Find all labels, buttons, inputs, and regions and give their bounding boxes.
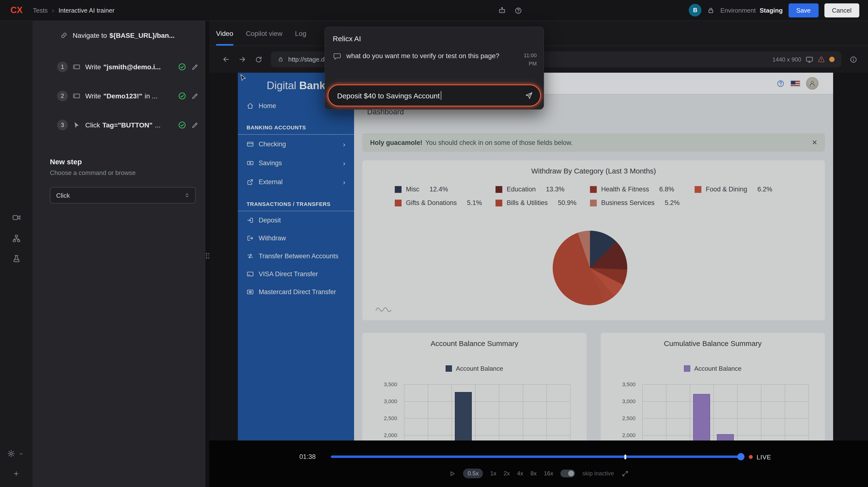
navigate-step[interactable]: Navigate to${BASE_URL}/ban...: [33, 27, 206, 44]
edit-step-icon[interactable]: [191, 63, 198, 70]
balance-cards-row: Account Balance Summary Account Balance …: [362, 333, 825, 440]
bar-plot: [404, 384, 570, 440]
breadcrumb-tests[interactable]: Tests: [33, 6, 48, 14]
relicx-prompt-input[interactable]: Deposit $40 to Savings Account: [328, 84, 541, 106]
legend-label: Health & Fitness: [601, 186, 649, 193]
skip-inactive-toggle[interactable]: [560, 469, 575, 477]
bar-legend[interactable]: Account Balance: [362, 365, 587, 372]
pie-chart[interactable]: [553, 231, 627, 305]
tab-log[interactable]: Log: [295, 21, 306, 45]
play-button[interactable]: [449, 470, 456, 477]
relicx-question: what do you want me to verify or test on…: [346, 51, 510, 61]
flask-icon[interactable]: [12, 254, 21, 263]
pie-legend-item[interactable]: Gifts & Donations5.1%: [395, 199, 496, 207]
pie-legend-item[interactable]: Health & Fitness6.8%: [590, 186, 694, 193]
speed-8x[interactable]: 8x: [530, 470, 536, 477]
breadcrumb-separator: ›: [52, 6, 54, 14]
pie-legend-item[interactable]: Education13.3%: [496, 186, 590, 193]
record-indicator-dot: [829, 57, 835, 62]
help-icon[interactable]: [515, 6, 522, 14]
command-select-value: Click: [56, 192, 70, 199]
panel-resize-divider[interactable]: [206, 21, 209, 487]
nav-item-savings[interactable]: Savings›: [238, 154, 354, 173]
save-button[interactable]: Save: [788, 3, 818, 17]
left-rail: [0, 21, 33, 487]
speed-2x[interactable]: 2x: [504, 470, 510, 477]
pie-legend-item[interactable]: Bills & Utilities50.9%: [496, 199, 590, 207]
nav-item-withdraw[interactable]: Withdraw: [238, 229, 354, 247]
tab-video[interactable]: Video: [216, 21, 233, 45]
avatar[interactable]: B: [689, 4, 702, 17]
add-icon[interactable]: [12, 470, 20, 477]
drag-grip[interactable]: [206, 253, 209, 258]
pie-legend-item[interactable]: Business Services5.2%: [590, 199, 694, 207]
nav-item-mastercard-direct-transfer[interactable]: Mastercard Direct Transfer: [238, 283, 354, 301]
command-select[interactable]: Click: [50, 187, 196, 204]
progress-bar[interactable]: [331, 456, 744, 458]
account-balance-card: Account Balance Summary Account Balance …: [362, 333, 587, 440]
legend-swatch: [395, 200, 402, 206]
info-icon[interactable]: [849, 56, 857, 63]
bar-legend[interactable]: Account Balance: [600, 365, 825, 372]
cancel-button[interactable]: Cancel: [824, 3, 859, 17]
step-success-icon: [178, 121, 186, 129]
bank-user-avatar[interactable]: [806, 77, 818, 90]
step-text: Write"Demo123!"in ...: [85, 92, 173, 100]
legend-label: Misc: [406, 186, 420, 193]
nav-item-external[interactable]: External›: [238, 173, 354, 191]
y-axis-label: 3,000: [384, 398, 397, 404]
forward-button[interactable]: [238, 55, 247, 63]
select-arrows-icon: [184, 192, 190, 199]
step-row-1[interactable]: 1 Write"jsmith@demo.i...: [33, 57, 206, 77]
relicx-message: what do you want me to verify or test on…: [333, 51, 537, 67]
legend-swatch: [445, 365, 452, 372]
send-icon[interactable]: [525, 91, 533, 100]
step-text: Write"jsmith@demo.i...: [85, 63, 173, 71]
edit-step-icon[interactable]: [191, 92, 198, 99]
speed-16x[interactable]: 16x: [544, 470, 553, 477]
bank-help-icon[interactable]: [776, 79, 785, 88]
chevron-down-icon[interactable]: [19, 451, 24, 456]
alert-close-icon[interactable]: ×: [812, 138, 817, 147]
video-camera-icon[interactable]: [12, 213, 21, 222]
pie-legend-item[interactable]: Misc12.4%: [395, 186, 496, 193]
monitor-icon[interactable]: [806, 56, 813, 63]
gear-icon[interactable]: [7, 449, 16, 458]
nav-item-deposit[interactable]: Deposit: [238, 211, 354, 229]
navigate-step-text: Navigate to${BASE_URL}/ban...: [73, 31, 175, 39]
pie-legend-item[interactable]: Food & Dining6.2%: [694, 186, 772, 193]
bar-chart: 3,5003,0002,5002,000: [600, 384, 825, 440]
cx-logo[interactable]: CX: [0, 5, 33, 15]
step-row-3[interactable]: 3 ClickTag="BUTTON"...: [33, 115, 206, 135]
legend-label: Gifts & Donations: [406, 199, 457, 207]
y-axis-label: 2,000: [384, 432, 397, 438]
input-field-icon: [73, 63, 81, 71]
step-row-2[interactable]: 2 Write"Demo123!"in ...: [33, 86, 206, 106]
nav-item-checking[interactable]: Checking›: [238, 135, 354, 154]
refresh-button[interactable]: [255, 56, 262, 63]
edit-step-icon[interactable]: [191, 121, 198, 129]
warning-icon[interactable]: [817, 56, 825, 63]
nav-item-transfer-between-accounts[interactable]: Transfer Between Accounts: [238, 247, 354, 265]
chevron-right-icon: ›: [343, 140, 345, 148]
flow-icon[interactable]: [12, 234, 21, 243]
y-axis-label: 2,000: [622, 432, 636, 438]
speed-0.5x[interactable]: 0.5x: [463, 468, 483, 478]
legend-value: 5.2%: [665, 199, 680, 207]
tab-copilot-view[interactable]: Copilot view: [246, 21, 282, 45]
us-flag-icon[interactable]: [790, 80, 800, 87]
link-icon: [60, 31, 68, 39]
speed-4x[interactable]: 4x: [517, 470, 523, 477]
environment-value[interactable]: Staging: [760, 6, 782, 14]
progress-handle[interactable]: [737, 453, 744, 460]
back-button[interactable]: [222, 55, 230, 63]
nav-item-label: External: [259, 178, 283, 186]
nav-item-visa-direct-transfer[interactable]: VISA Direct Transfer: [238, 265, 354, 283]
speed-1x[interactable]: 1x: [490, 470, 496, 477]
robot-icon[interactable]: [498, 6, 506, 14]
legend-label: Business Services: [601, 199, 655, 207]
bar-chart: 3,5003,0002,5002,000: [362, 384, 587, 440]
sparkline-icon: [375, 305, 392, 312]
bar: [455, 392, 472, 440]
fullscreen-icon[interactable]: [621, 470, 628, 477]
